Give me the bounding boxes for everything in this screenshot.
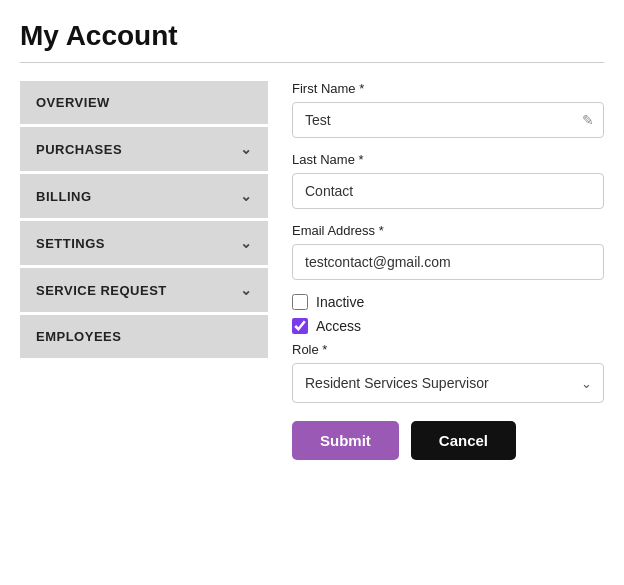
chevron-down-icon: ⌄ (240, 235, 253, 251)
button-row: Submit Cancel (292, 421, 604, 460)
header-divider (20, 62, 604, 63)
chevron-down-icon: ⌄ (240, 282, 253, 298)
first-name-label: First Name * (292, 81, 604, 96)
role-select[interactable]: Resident Services Supervisor Manager Sta… (292, 363, 604, 403)
access-checkbox[interactable] (292, 318, 308, 334)
sidebar-item-billing-label: BILLING (36, 189, 92, 204)
chevron-down-icon: ⌄ (240, 141, 253, 157)
first-name-input-wrapper: ✎ (292, 102, 604, 138)
access-checkbox-group: Access (292, 318, 604, 334)
inactive-checkbox-group: Inactive (292, 294, 604, 310)
edit-icon: ✎ (582, 112, 594, 128)
last-name-group: Last Name * (292, 152, 604, 209)
sidebar-item-overview[interactable]: OVERVIEW (20, 81, 268, 124)
sidebar-item-purchases-label: PURCHASES (36, 142, 122, 157)
last-name-input[interactable] (292, 173, 604, 209)
last-name-label: Last Name * (292, 152, 604, 167)
sidebar: OVERVIEW PURCHASES ⌄ BILLING ⌄ SETTINGS … (20, 81, 268, 361)
sidebar-item-overview-label: OVERVIEW (36, 95, 110, 110)
first-name-group: First Name * ✎ (292, 81, 604, 138)
sidebar-item-settings[interactable]: SETTINGS ⌄ (20, 221, 268, 265)
sidebar-item-employees[interactable]: EMPLOYEES (20, 315, 268, 358)
cancel-button[interactable]: Cancel (411, 421, 516, 460)
sidebar-item-settings-label: SETTINGS (36, 236, 105, 251)
chevron-down-icon: ⌄ (240, 188, 253, 204)
email-label: Email Address * (292, 223, 604, 238)
role-label: Role * (292, 342, 604, 357)
access-checkbox-label: Access (316, 318, 361, 334)
email-group: Email Address * (292, 223, 604, 280)
form-panel: First Name * ✎ Last Name * Email Address… (292, 81, 604, 460)
submit-button[interactable]: Submit (292, 421, 399, 460)
role-group: Role * Resident Services Supervisor Mana… (292, 342, 604, 403)
sidebar-item-service-request[interactable]: SERVICE REQUEST ⌄ (20, 268, 268, 312)
inactive-checkbox[interactable] (292, 294, 308, 310)
sidebar-item-purchases[interactable]: PURCHASES ⌄ (20, 127, 268, 171)
sidebar-item-service-request-label: SERVICE REQUEST (36, 283, 167, 298)
role-select-wrapper: Resident Services Supervisor Manager Sta… (292, 363, 604, 403)
page-title: My Account (20, 20, 604, 52)
email-input[interactable] (292, 244, 604, 280)
inactive-checkbox-label: Inactive (316, 294, 364, 310)
first-name-input[interactable] (292, 102, 604, 138)
sidebar-item-billing[interactable]: BILLING ⌄ (20, 174, 268, 218)
sidebar-item-employees-label: EMPLOYEES (36, 329, 121, 344)
